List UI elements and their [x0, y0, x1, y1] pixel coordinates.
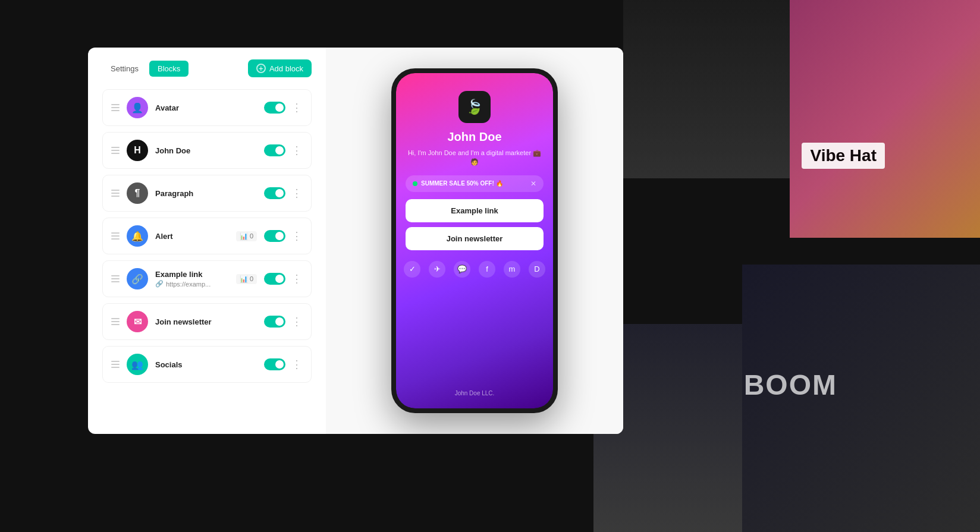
- add-block-label: Add block: [269, 64, 303, 73]
- drag-handle-alert[interactable]: [111, 232, 120, 240]
- phone-alert-bar: SUMMER SALE 50% OFF! 🔥 ✕: [406, 175, 544, 192]
- alert-close-icon[interactable]: ✕: [530, 180, 536, 188]
- drag-handle-example-link[interactable]: [111, 275, 120, 282]
- block-info-example-link: Example link 🔗https://examp...: [155, 270, 229, 288]
- block-item-join-newsletter: ✉ Join newsletter ⋮: [102, 303, 312, 340]
- block-icon-paragraph: ¶: [127, 182, 148, 204]
- block-item-socials: 👥 Socials ⋮: [102, 346, 312, 383]
- block-icon-example-link: 🔗: [127, 268, 148, 289]
- drag-handle-avatar[interactable]: [111, 104, 120, 111]
- main-panel: Settings Blocks + Add block 👤 Avatar: [88, 48, 623, 434]
- block-title-alert: Alert: [155, 232, 229, 241]
- block-controls-join-newsletter: ⋮: [264, 316, 303, 328]
- blocks-list: 👤 Avatar ⋮ H John Doe: [102, 89, 312, 383]
- boom-label: BOOM: [744, 369, 837, 401]
- block-title-paragraph: Paragraph: [155, 189, 257, 198]
- block-info-alert: Alert: [155, 232, 229, 241]
- tab-settings[interactable]: Settings: [102, 61, 147, 77]
- more-btn-example-link[interactable]: ⋮: [291, 273, 303, 284]
- more-btn-john-doe[interactable]: ⋮: [291, 145, 303, 156]
- phone-socials: ✓ ✈ 💬 f m D: [404, 261, 545, 278]
- block-badge-alert: 📊0: [236, 231, 257, 241]
- toggle-join-newsletter[interactable]: [264, 316, 285, 328]
- more-btn-paragraph[interactable]: ⋮: [291, 188, 303, 199]
- social-icon-check[interactable]: ✓: [404, 261, 420, 278]
- alert-dot: [413, 181, 417, 186]
- more-btn-join-newsletter[interactable]: ⋮: [291, 316, 303, 327]
- block-controls-example-link: ⋮: [264, 273, 303, 285]
- block-title-john-doe: John Doe: [155, 146, 257, 155]
- toggle-avatar[interactable]: [264, 102, 285, 114]
- block-item-paragraph: ¶ Paragraph ⋮: [102, 175, 312, 212]
- phone-frame: 🍃 John Doe Hi, I'm John Doe and I'm a di…: [391, 68, 558, 413]
- block-item-avatar: 👤 Avatar ⋮: [102, 89, 312, 126]
- block-info-join-newsletter: Join newsletter: [155, 317, 257, 326]
- block-info-paragraph: Paragraph: [155, 189, 257, 198]
- social-icon-telegram[interactable]: ✈: [429, 261, 445, 278]
- block-icon-avatar: 👤: [127, 97, 148, 118]
- block-info-socials: Socials: [155, 360, 257, 369]
- panel-header: Settings Blocks + Add block: [102, 59, 312, 77]
- more-btn-alert[interactable]: ⋮: [291, 231, 303, 241]
- tab-group: Settings Blocks: [102, 61, 189, 77]
- toggle-example-link[interactable]: [264, 273, 285, 285]
- more-btn-socials[interactable]: ⋮: [291, 359, 303, 370]
- block-controls-john-doe: ⋮: [264, 144, 303, 156]
- phone-bio: Hi, I'm John Doe and I'm a digital marke…: [406, 149, 544, 167]
- toggle-alert[interactable]: [264, 230, 285, 242]
- block-icon-join-newsletter: ✉: [127, 311, 148, 332]
- settings-panel: Settings Blocks + Add block 👤 Avatar: [88, 48, 326, 434]
- toggle-paragraph[interactable]: [264, 187, 285, 199]
- drag-handle-join-newsletter[interactable]: [111, 318, 120, 325]
- block-controls-socials: ⋮: [264, 358, 303, 370]
- add-block-button[interactable]: + Add block: [248, 59, 312, 77]
- bg-photo-2: [623, 0, 790, 178]
- block-icon-john-doe: H: [127, 140, 148, 161]
- plus-icon: +: [256, 64, 266, 73]
- more-btn-avatar[interactable]: ⋮: [291, 102, 303, 113]
- phone-username: John Doe: [447, 130, 501, 144]
- drag-handle-john-doe[interactable]: [111, 147, 120, 154]
- block-info-john-doe: John Doe: [155, 146, 257, 155]
- block-badge-example-link: 📊0: [236, 274, 257, 284]
- drag-handle-paragraph[interactable]: [111, 190, 120, 197]
- phone-preview-panel: 🍃 John Doe Hi, I'm John Doe and I'm a di…: [326, 48, 623, 434]
- block-title-join-newsletter: Join newsletter: [155, 317, 257, 326]
- block-icon-alert: 🔔: [127, 225, 148, 247]
- app-icon: 🍃: [458, 91, 491, 123]
- phone-footer: John Doe LLC.: [455, 384, 495, 396]
- tab-blocks[interactable]: Blocks: [149, 61, 189, 77]
- block-item-example-link: 🔗 Example link 🔗https://examp... 📊0 ⋮: [102, 260, 312, 297]
- vibe-hat-label: Vibe Hat: [802, 143, 885, 169]
- block-controls-paragraph: ⋮: [264, 187, 303, 199]
- alert-text: SUMMER SALE 50% OFF! 🔥: [413, 180, 503, 187]
- block-subtitle-example-link: 🔗https://examp...: [155, 280, 229, 288]
- social-icon-discord[interactable]: D: [529, 261, 545, 278]
- phone-screen: 🍃 John Doe Hi, I'm John Doe and I'm a di…: [396, 73, 553, 408]
- block-controls-alert: ⋮: [264, 230, 303, 242]
- block-title-socials: Socials: [155, 360, 257, 369]
- block-item-john-doe: H John Doe ⋮: [102, 132, 312, 169]
- block-controls-avatar: ⋮: [264, 102, 303, 114]
- block-info-avatar: Avatar: [155, 103, 257, 112]
- toggle-john-doe[interactable]: [264, 144, 285, 156]
- block-item-alert: 🔔 Alert 📊0 ⋮: [102, 218, 312, 254]
- drag-handle-socials[interactable]: [111, 361, 120, 368]
- bg-photo-1: [790, 0, 980, 238]
- social-icon-facebook[interactable]: f: [479, 261, 495, 278]
- block-title-avatar: Avatar: [155, 103, 257, 112]
- social-icon-whatsapp[interactable]: 💬: [454, 261, 470, 278]
- phone-btn-join-newsletter[interactable]: Join newsletter: [406, 227, 544, 250]
- block-title-example-link: Example link: [155, 270, 229, 279]
- block-icon-socials: 👥: [127, 354, 148, 375]
- social-icon-messenger[interactable]: m: [504, 261, 520, 278]
- toggle-socials[interactable]: [264, 358, 285, 370]
- phone-btn-example-link[interactable]: Example link: [406, 199, 544, 222]
- leaf-icon: 🍃: [466, 99, 483, 115]
